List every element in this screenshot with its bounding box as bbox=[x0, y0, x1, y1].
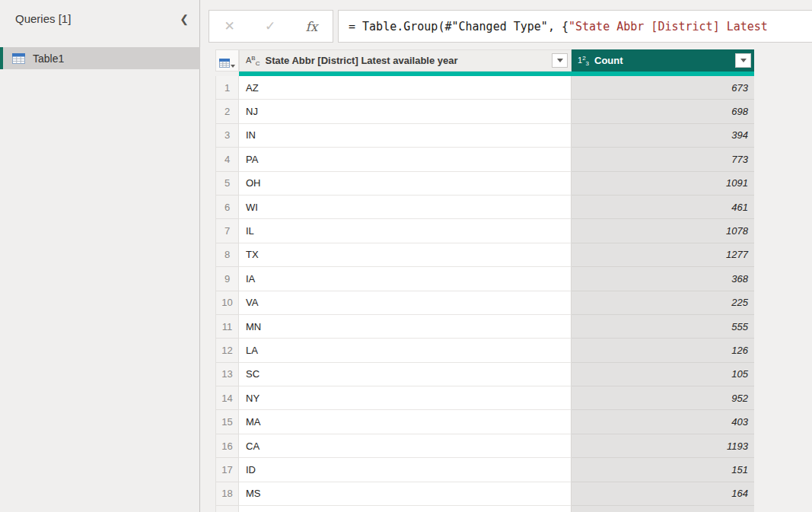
cell-state-abbr[interactable]: CA bbox=[239, 434, 572, 458]
row-number[interactable]: 14 bbox=[215, 386, 239, 410]
query-item-label: Table1 bbox=[33, 52, 64, 65]
cell-count[interactable]: 403 bbox=[572, 410, 754, 434]
fx-icon[interactable]: fx bbox=[306, 19, 318, 34]
cell-count[interactable]: 1091 bbox=[572, 172, 754, 196]
table-row: 5OH1091 bbox=[215, 172, 754, 196]
cell-state-abbr[interactable]: MS bbox=[239, 482, 572, 506]
queries-pane-header: Queries [1] ❮ bbox=[0, 0, 199, 25]
table-row: 7IL1078 bbox=[215, 219, 754, 243]
row-number[interactable]: 10 bbox=[215, 291, 239, 315]
table-row: 14NY952 bbox=[215, 386, 754, 410]
row-number[interactable]: 5 bbox=[215, 172, 239, 196]
cell-count[interactable]: 126 bbox=[572, 339, 754, 362]
cell-count[interactable]: 368 bbox=[572, 267, 754, 291]
filter-dropdown-icon bbox=[557, 59, 563, 62]
cell-state-abbr[interactable]: NJ bbox=[239, 100, 572, 123]
row-number[interactable]: 15 bbox=[215, 410, 239, 434]
table-row: 15MA403 bbox=[215, 410, 754, 434]
row-number[interactable]: 9 bbox=[215, 267, 239, 291]
row-number bbox=[215, 506, 239, 512]
table-row: 6WI461 bbox=[215, 196, 754, 219]
table-row: 10VA225 bbox=[215, 291, 754, 315]
cancel-icon[interactable]: ✕ bbox=[224, 18, 235, 34]
filter-dropdown-icon bbox=[740, 59, 747, 62]
row-number[interactable]: 13 bbox=[215, 363, 239, 386]
queries-pane-title: Queries [1] bbox=[15, 12, 71, 25]
cell-state-abbr[interactable]: MN bbox=[239, 315, 572, 339]
table-row: 11MN555 bbox=[215, 315, 754, 339]
cell-count[interactable]: 151 bbox=[572, 458, 754, 482]
cell-state-abbr[interactable]: AZ bbox=[239, 76, 572, 100]
cell-state-abbr[interactable]: MA bbox=[239, 410, 572, 434]
cell-count[interactable]: 461 bbox=[572, 196, 754, 219]
cell-count[interactable]: 1078 bbox=[572, 219, 754, 243]
table-icon bbox=[12, 53, 25, 64]
cell-count[interactable]: 952 bbox=[572, 386, 754, 410]
cell-count[interactable]: 1277 bbox=[572, 243, 754, 267]
select-all-dropdown-icon bbox=[231, 65, 235, 68]
formula-text-plain: = Table.Group(#"Changed Type", { bbox=[349, 20, 568, 33]
cell-count[interactable]: 698 bbox=[572, 100, 754, 123]
formula-text-string: "State Abbr [District] Latest bbox=[568, 20, 768, 33]
number-type-icon: 123 bbox=[578, 55, 589, 67]
row-number[interactable]: 8 bbox=[215, 243, 239, 267]
row-number[interactable]: 16 bbox=[215, 434, 239, 458]
cell-state-abbr[interactable]: SC bbox=[239, 363, 572, 386]
cell-count[interactable]: 105 bbox=[572, 363, 754, 386]
row-number[interactable]: 17 bbox=[215, 458, 239, 482]
table-row: 3IN394 bbox=[215, 124, 754, 148]
column-label: State Abbr [District] Latest available y… bbox=[265, 55, 552, 66]
table-row: 16CA1193 bbox=[215, 434, 754, 458]
column-header-count[interactable]: 123 Count bbox=[572, 49, 754, 72]
cell-state-abbr bbox=[239, 506, 572, 512]
commit-icon[interactable]: ✓ bbox=[265, 18, 275, 34]
row-number[interactable]: 11 bbox=[215, 315, 239, 339]
select-all-cell[interactable] bbox=[215, 49, 239, 72]
row-number[interactable]: 12 bbox=[215, 339, 239, 362]
filter-button-count[interactable] bbox=[735, 53, 751, 68]
select-all-table-icon bbox=[219, 59, 230, 68]
cell-count[interactable]: 1193 bbox=[572, 434, 754, 458]
cell-state-abbr[interactable]: PA bbox=[239, 148, 572, 171]
formula-input[interactable]: = Table.Group(#"Changed Type", {"State A… bbox=[338, 10, 812, 43]
row-number[interactable]: 3 bbox=[215, 124, 239, 148]
sidebar-item-table1[interactable]: Table1 bbox=[0, 47, 200, 69]
cell-state-abbr[interactable]: WI bbox=[239, 196, 572, 219]
table-row: 18MS164 bbox=[215, 482, 754, 506]
cell-state-abbr[interactable]: TX bbox=[239, 243, 572, 267]
cell-count bbox=[572, 506, 754, 512]
table-row: 9IA368 bbox=[215, 267, 754, 291]
row-number[interactable]: 4 bbox=[215, 148, 239, 171]
collapse-pane-icon[interactable]: ❮ bbox=[180, 13, 189, 25]
table-row: 1AZ673 bbox=[215, 76, 754, 100]
formula-bar-actions: ✕ ✓ fx bbox=[209, 10, 333, 43]
cell-count[interactable]: 225 bbox=[572, 291, 754, 315]
cell-state-abbr[interactable]: NY bbox=[239, 386, 572, 410]
cell-count[interactable]: 555 bbox=[572, 315, 754, 339]
cell-count[interactable]: 394 bbox=[572, 124, 754, 148]
row-number[interactable]: 1 bbox=[215, 76, 239, 100]
cell-state-abbr[interactable]: VA bbox=[239, 291, 572, 315]
cell-count[interactable]: 773 bbox=[572, 148, 754, 171]
cell-state-abbr[interactable]: IL bbox=[239, 219, 572, 243]
table-row: 17ID151 bbox=[215, 458, 754, 482]
filter-button-state-abbr[interactable] bbox=[552, 53, 568, 68]
cell-state-abbr[interactable]: OH bbox=[239, 172, 572, 196]
table-rows: 1AZ6732NJ6983IN3944PA7735OH10916WI4617IL… bbox=[215, 76, 754, 512]
queries-pane: Queries [1] ❮ Table1 bbox=[0, 0, 200, 512]
column-header-state-abbr[interactable]: ABC State Abbr [District] Latest availab… bbox=[239, 49, 572, 72]
cell-count[interactable]: 164 bbox=[572, 482, 754, 506]
table-row: 12LA126 bbox=[215, 339, 754, 362]
row-number[interactable]: 6 bbox=[215, 196, 239, 219]
cell-state-abbr[interactable]: LA bbox=[239, 339, 572, 362]
cell-state-abbr[interactable]: IN bbox=[239, 124, 572, 148]
power-query-editor: Queries [1] ❮ Table1 ✕ ✓ fx bbox=[0, 0, 812, 512]
table-row: 2NJ698 bbox=[215, 100, 754, 123]
row-number[interactable]: 2 bbox=[215, 100, 239, 123]
cell-state-abbr[interactable]: IA bbox=[239, 267, 572, 291]
row-number[interactable]: 7 bbox=[215, 219, 239, 243]
cell-count[interactable]: 673 bbox=[572, 76, 754, 100]
cell-state-abbr[interactable]: ID bbox=[239, 458, 572, 482]
row-number[interactable]: 18 bbox=[215, 482, 239, 506]
column-label: Count bbox=[594, 55, 735, 66]
